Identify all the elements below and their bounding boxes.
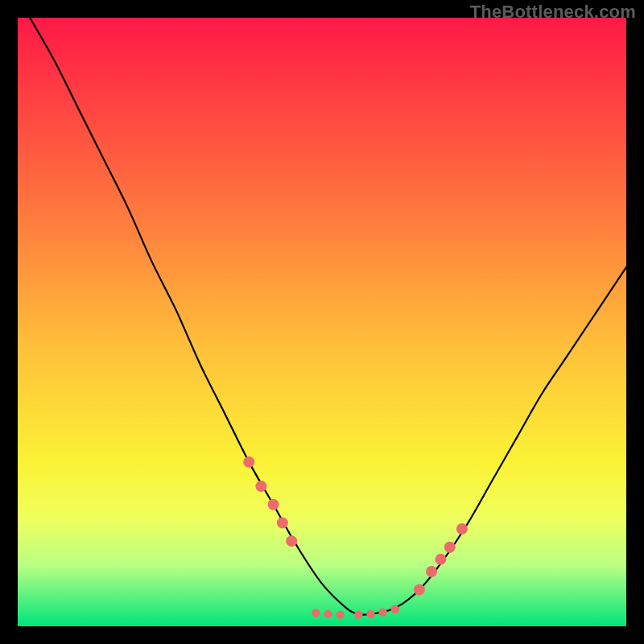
performance-marker bbox=[324, 610, 332, 618]
chart-frame: TheBottleneck.com bbox=[0, 0, 644, 644]
performance-marker bbox=[255, 481, 266, 492]
performance-marker bbox=[435, 554, 446, 565]
performance-marker bbox=[286, 535, 297, 547]
watermark-text: TheBottleneck.com bbox=[470, 2, 636, 23]
performance-marker bbox=[366, 610, 374, 618]
gradient-background bbox=[18, 18, 626, 626]
performance-marker bbox=[426, 566, 437, 577]
performance-marker bbox=[243, 456, 254, 468]
performance-marker bbox=[378, 608, 386, 616]
performance-marker bbox=[312, 609, 320, 617]
performance-marker bbox=[277, 517, 288, 528]
performance-marker bbox=[444, 542, 456, 553]
performance-marker bbox=[336, 610, 344, 618]
performance-marker bbox=[456, 523, 468, 535]
performance-marker bbox=[414, 584, 425, 596]
performance-marker bbox=[391, 605, 399, 613]
performance-marker bbox=[354, 610, 362, 618]
bottleneck-chart bbox=[18, 18, 626, 626]
performance-marker bbox=[268, 499, 279, 510]
